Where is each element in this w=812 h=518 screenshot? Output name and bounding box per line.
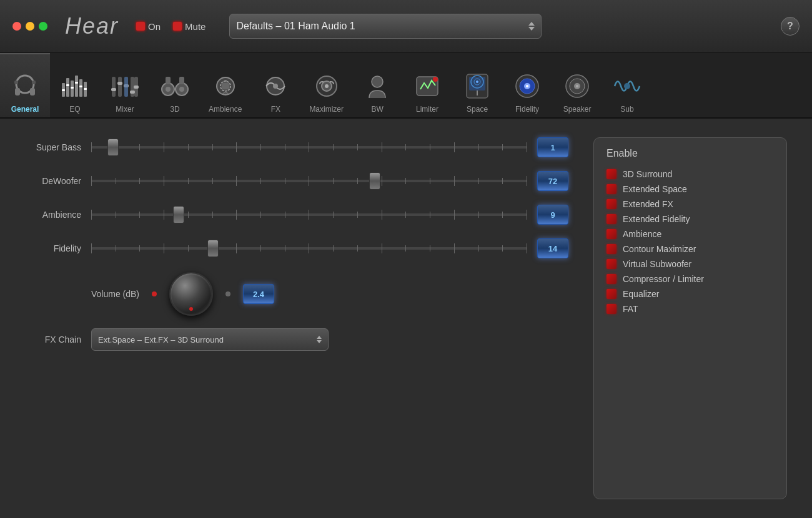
- fidelity-track[interactable]: [91, 239, 527, 258]
- svg-point-51: [476, 81, 478, 83]
- dewoofer-rail: [91, 180, 527, 182]
- tab-mixer-label: Mixer: [116, 105, 134, 114]
- fxchain-row: FX Chain Ext.Space – Ext.FX – 3D Surroun…: [25, 328, 568, 351]
- maximizer-tab-icon: [310, 70, 343, 102]
- tab-general[interactable]: General: [0, 53, 50, 117]
- fidelity-thumb[interactable]: [207, 240, 219, 257]
- enable-item-extended-space[interactable]: Extended Space: [607, 182, 774, 197]
- dewoofer-track[interactable]: [91, 172, 527, 190]
- enable-panel: Enable 3D Surround Extended Space Extend…: [593, 137, 787, 499]
- tab-bw-label: BW: [371, 105, 383, 114]
- preset-dropdown[interactable]: Defaults – 01 Ham Audio 1: [229, 14, 542, 39]
- on-button[interactable]: On: [136, 21, 161, 32]
- svg-rect-1: [15, 88, 20, 95]
- ambience-value: 9: [537, 205, 568, 225]
- svg-rect-3: [14, 81, 18, 84]
- enable-item-fat[interactable]: FAT: [607, 301, 774, 316]
- tab-ambience-label: Ambience: [209, 105, 242, 114]
- tab-sub[interactable]: Sub: [602, 53, 652, 117]
- dewoofer-thumb[interactable]: [369, 172, 380, 190]
- extended-fx-label: Extended FX: [623, 199, 673, 209]
- tab-fidelity[interactable]: Fidelity: [502, 53, 552, 117]
- volume-left-dots: [152, 291, 157, 296]
- svg-rect-4: [32, 81, 36, 84]
- svg-point-60: [624, 83, 630, 89]
- svg-rect-17: [112, 77, 116, 97]
- extended-space-label: Extended Space: [623, 184, 687, 194]
- svg-rect-12: [66, 84, 69, 86]
- enable-item-3d-surround[interactable]: 3D Surround: [607, 167, 774, 182]
- maximize-button[interactable]: [39, 22, 47, 31]
- on-led: [136, 22, 145, 31]
- minimize-button[interactable]: [26, 22, 34, 31]
- mixer-tab-icon: [109, 70, 141, 102]
- tab-fx-label: FX: [271, 105, 280, 114]
- virtual-subwoofer-label: Virtual Subwoofer: [623, 259, 691, 269]
- fidelity-slider-row: Fidelity 14: [25, 238, 568, 258]
- tab-bar: General EQ: [0, 53, 812, 119]
- ambience-tab-icon: [209, 70, 242, 102]
- super-bass-thumb[interactable]: [107, 139, 119, 156]
- title-bar: Hear On Mute Defaults – 01 Ham Audio 1 ?: [0, 0, 812, 53]
- fidelity-rail: [91, 247, 527, 250]
- 3d-tab-icon: [159, 70, 191, 102]
- mute-button[interactable]: Mute: [173, 21, 205, 32]
- svg-point-32: [166, 87, 171, 92]
- svg-point-45: [433, 77, 438, 82]
- tab-space[interactable]: Space: [452, 53, 502, 117]
- fidelity-value: 14: [537, 238, 568, 258]
- super-bass-label: Super Bass: [25, 142, 81, 152]
- speaker-tab-icon: [561, 70, 593, 102]
- tab-space-label: Space: [467, 105, 488, 114]
- limiter-tab-icon: [411, 70, 443, 102]
- enable-title: Enable: [607, 148, 774, 159]
- mute-label: Mute: [185, 21, 205, 32]
- ambience-track[interactable]: [91, 205, 527, 224]
- tab-ambience[interactable]: Ambience: [200, 53, 250, 117]
- help-button[interactable]: ?: [781, 17, 800, 36]
- compressor-limiter-led: [607, 274, 616, 284]
- fxchain-dropdown[interactable]: Ext.Space – Ext.FX – 3D Surround: [91, 328, 329, 351]
- tab-limiter[interactable]: Limiter: [402, 53, 452, 117]
- contour-maximizer-label: Contour Maximizer: [623, 244, 696, 254]
- fat-label: FAT: [623, 304, 638, 314]
- enable-item-contour-maximizer[interactable]: Contour Maximizer: [607, 242, 774, 257]
- fxchain-arrow-up-icon: [317, 336, 322, 339]
- tab-eq[interactable]: EQ: [50, 53, 100, 117]
- enable-item-equalizer[interactable]: Equalizer: [607, 286, 774, 301]
- volume-label: Volume (dB): [91, 289, 139, 299]
- tab-3d[interactable]: 3D: [150, 53, 200, 117]
- tab-3d-label: 3D: [170, 105, 179, 114]
- volume-knob-container[interactable]: [169, 272, 213, 316]
- fidelity-slider-label: Fidelity: [25, 243, 81, 253]
- close-button[interactable]: [12, 22, 21, 31]
- fxchain-arrows: [317, 336, 322, 343]
- enable-item-compressor-limiter[interactable]: Compressor / Limiter: [607, 271, 774, 286]
- general-tab-icon: [9, 70, 41, 102]
- bw-tab-icon: [361, 70, 394, 102]
- tab-eq-label: EQ: [69, 105, 80, 114]
- 3d-surround-led: [607, 169, 616, 179]
- tab-bw[interactable]: BW: [352, 53, 402, 117]
- tab-limiter-label: Limiter: [416, 105, 438, 114]
- tab-fx[interactable]: FX: [250, 53, 300, 117]
- ambience-rail: [91, 213, 527, 216]
- enable-item-extended-fidelity[interactable]: Extended Fidelity: [607, 212, 774, 227]
- ambience-thumb[interactable]: [173, 206, 184, 223]
- enable-item-virtual-subwoofer[interactable]: Virtual Subwoofer: [607, 257, 774, 271]
- super-bass-track[interactable]: [91, 138, 527, 157]
- enable-item-ambience[interactable]: Ambience: [607, 227, 774, 242]
- tab-mixer[interactable]: Mixer: [100, 53, 150, 117]
- super-bass-row: Super Bass 1: [25, 137, 568, 157]
- tab-speaker[interactable]: Speaker: [552, 53, 602, 117]
- fxchain-label: FX Chain: [25, 335, 81, 345]
- virtual-subwoofer-led: [607, 259, 616, 269]
- dewoofer-row: DeWoofer 72: [25, 171, 568, 191]
- enable-item-extended-fx[interactable]: Extended FX: [607, 197, 774, 212]
- space-tab-icon: [461, 70, 493, 102]
- svg-rect-22: [111, 88, 116, 91]
- tab-maximizer[interactable]: Maximizer: [300, 53, 352, 117]
- svg-rect-26: [134, 86, 139, 89]
- traffic-lights: [12, 22, 47, 31]
- svg-point-33: [179, 87, 184, 92]
